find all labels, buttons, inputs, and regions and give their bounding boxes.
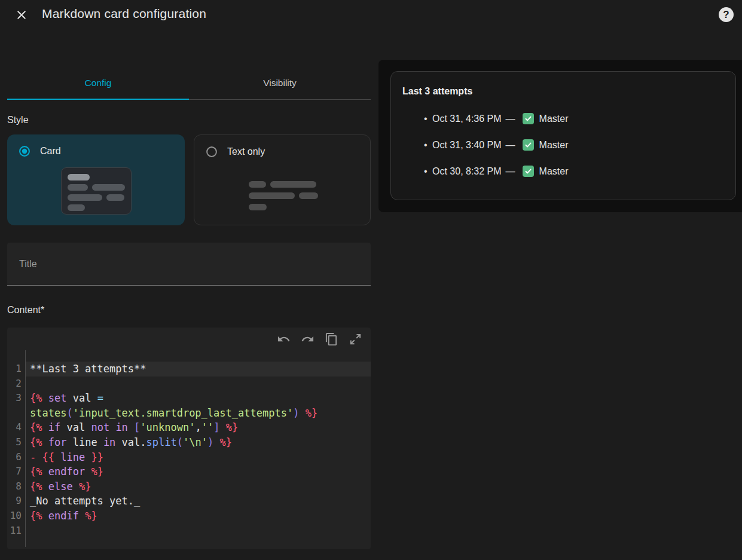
code-token: endif: [48, 510, 79, 522]
attempt-status: Master: [539, 114, 569, 124]
code-token: [42, 421, 48, 433]
code-token: [128, 421, 134, 433]
code-token: }}: [91, 451, 103, 463]
code-token: =: [97, 392, 103, 404]
code-token: {%: [30, 421, 42, 433]
line-number: 8: [7, 479, 25, 494]
code-token: [42, 510, 48, 522]
code-text: {% endfor %}: [25, 464, 371, 479]
editor-toolbar: [7, 328, 371, 350]
markdown-preview-card: Last 3 attempts •Oct 31, 4:36 PM—Master•…: [390, 71, 736, 200]
attempt-time: Oct 30, 8:32 PM: [432, 166, 502, 177]
close-icon: [14, 8, 29, 22]
code-line-row[interactable]: 3{% set val =: [7, 391, 371, 406]
tab-config[interactable]: Config: [7, 67, 189, 99]
code-token: %}: [91, 466, 103, 478]
redo-button[interactable]: [301, 332, 314, 346]
preview-list-item: •Oct 31, 4:36 PM—Master: [424, 112, 569, 126]
code-token: [79, 510, 85, 522]
code-token: for: [48, 436, 67, 448]
code-line-row[interactable]: states('input_text.smartdrop_last_attemp…: [7, 406, 371, 421]
tab-visibility-label: Visibility: [263, 78, 297, 88]
preview-card-title: Last 3 attempts: [402, 86, 472, 97]
code-line-row[interactable]: 8{% else %}: [7, 479, 371, 494]
tab-visibility[interactable]: Visibility: [189, 67, 371, 99]
code-line-row[interactable]: 7{% endfor %}: [7, 464, 371, 479]
code-text: **Last 3 attempts**: [25, 362, 371, 377]
code-token: states: [30, 407, 66, 419]
code-token: {{: [42, 451, 54, 463]
code-token: else: [48, 481, 73, 492]
dash-separator: —: [506, 166, 515, 177]
code-text: states('input_text.smartdrop_last_attemp…: [25, 406, 371, 421]
title-input[interactable]: [7, 243, 371, 286]
code-token: [109, 421, 115, 433]
markdown-card-config-dialog: Markdown card configuration ? Config Vis…: [0, 0, 742, 560]
code-token: %}: [85, 510, 97, 522]
code-token: set: [48, 392, 67, 404]
code-token: '\n': [183, 436, 207, 448]
dash-separator: —: [506, 140, 515, 151]
undo-button[interactable]: [277, 332, 291, 346]
expand-icon: [349, 332, 362, 346]
code-line-row[interactable]: 6- {{ line }}: [7, 450, 371, 465]
code-token: %}: [79, 481, 91, 492]
code-text: [25, 524, 371, 538]
attempt-time: Oct 31, 3:40 PM: [432, 140, 502, 151]
code-line-row[interactable]: 1**Last 3 attempts**: [7, 362, 371, 377]
code-text: {% if val not in ['unknown',''] %}: [25, 420, 371, 435]
line-number: 4: [7, 420, 25, 435]
tab-bar: Config Visibility: [7, 67, 371, 100]
bullet-icon: •: [424, 140, 432, 151]
code-token: in: [115, 421, 127, 433]
code-token: endfor: [48, 466, 85, 478]
code-token: [42, 436, 48, 448]
code-token: %}: [219, 436, 231, 448]
close-button[interactable]: [13, 7, 30, 23]
code-token: **Last 3 attempts**: [30, 363, 146, 375]
style-option-card[interactable]: Card: [7, 134, 185, 225]
help-button[interactable]: ?: [719, 7, 734, 22]
radio-unselected-icon[interactable]: [205, 145, 218, 158]
code-token: [73, 481, 79, 492]
expand-button[interactable]: [349, 332, 362, 346]
style-option-text-only-label: Text only: [227, 146, 265, 157]
code-token: val: [60, 421, 91, 433]
code-token: [36, 451, 42, 463]
preview-list-item: •Oct 30, 8:32 PM—Master: [424, 164, 569, 178]
code-token: _No attempts yet._: [30, 495, 140, 507]
attempt-status: Master: [539, 166, 569, 177]
line-number: 7: [7, 464, 25, 479]
code-editor-area[interactable]: 1**Last 3 attempts**23{% set val =states…: [7, 350, 371, 549]
text-only-style-illustration: [249, 181, 323, 210]
style-option-text-only[interactable]: Text only: [194, 134, 371, 225]
bullet-icon: •: [424, 114, 432, 124]
code-token: {%: [30, 510, 42, 522]
line-number: 2: [7, 377, 25, 391]
copy-button[interactable]: [325, 332, 338, 346]
checkbox-checked-icon: [523, 166, 534, 177]
code-token: if: [48, 421, 60, 433]
code-text: {% else %}: [25, 479, 371, 494]
code-text: _No attempts yet._: [25, 494, 371, 509]
line-number: 10: [7, 509, 25, 524]
code-line-row[interactable]: 9_No attempts yet._: [7, 494, 371, 509]
line-number: 9: [7, 494, 25, 509]
code-token: ): [207, 436, 213, 448]
code-line-row[interactable]: 4{% if val not in ['unknown',''] %}: [7, 420, 371, 435]
content-code-editor[interactable]: 1**Last 3 attempts**23{% set val =states…: [7, 328, 371, 549]
code-line-row[interactable]: 10{% endif %}: [7, 509, 371, 524]
code-token: ): [293, 407, 299, 419]
code-line-row[interactable]: 5{% for line in val.split('\n') %}: [7, 435, 371, 450]
code-line-row[interactable]: 2: [7, 377, 371, 391]
code-token: [42, 481, 48, 492]
code-line-row[interactable]: 11: [7, 524, 371, 538]
preview-list: •Oct 31, 4:36 PM—Master•Oct 31, 3:40 PM—…: [424, 112, 569, 178]
code-token: '': [201, 421, 213, 433]
gutter-separator: [25, 350, 26, 547]
code-token: .: [140, 436, 146, 448]
radio-selected-icon[interactable]: [18, 145, 31, 158]
code-token: ,: [195, 421, 201, 433]
code-token: [42, 466, 48, 478]
code-text: [25, 377, 371, 391]
